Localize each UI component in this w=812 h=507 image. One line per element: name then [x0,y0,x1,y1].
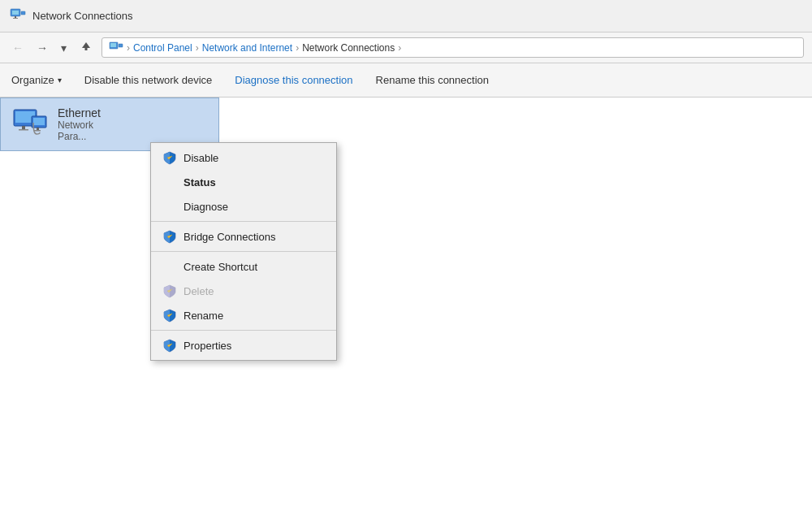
organize-label: Organize [11,74,54,86]
network-name: Ethernet [58,106,101,119]
up-button[interactable] [76,38,97,57]
menu-divider-3 [151,330,336,331]
shield-icon-disable [162,150,177,165]
organize-chevron: ▾ [58,76,62,84]
back-button[interactable]: ← [8,40,28,56]
svg-rect-9 [119,44,123,47]
path-sep-3: › [296,42,299,54]
menu-label-delete: Delete [184,285,214,297]
organize-button[interactable]: Organize ▾ [0,63,73,97]
svg-rect-12 [22,126,25,129]
svg-marker-5 [82,42,90,48]
menu-label-properties: Properties [184,340,231,352]
svg-rect-6 [85,47,88,50]
shield-icon-rename [162,308,177,323]
rename-button[interactable]: Rename this connection [365,63,500,97]
menu-label-bridge: Bridge Connections [184,231,275,243]
spacer-status [162,175,177,189]
path-network-connections: Network Connections [302,42,395,54]
menu-item-rename[interactable]: Rename [151,303,336,327]
menu-label-status: Status [184,176,216,188]
path-sep-1: › [127,42,130,54]
svg-rect-15 [33,118,45,125]
menu-item-status[interactable]: Status [151,170,336,194]
menu-item-disable[interactable]: Disable [151,145,336,170]
menu-divider-1 [151,221,336,222]
address-path: › Control Panel › Network and Internet ›… [102,37,804,58]
menu-item-diagnose[interactable]: Diagnose [151,194,336,219]
menu-label-disable: Disable [184,152,218,164]
path-sep-4: › [398,42,401,54]
network-sub1: Network [58,119,101,131]
disable-device-button[interactable]: Disable this network device [73,63,224,97]
shield-icon-bridge [162,229,177,244]
forward-button[interactable]: → [32,40,52,56]
menu-label-diagnose: Diagnose [184,201,228,213]
svg-rect-16 [37,128,39,130]
menu-item-delete: Delete [151,279,336,303]
disable-device-label: Disable this network device [84,74,213,86]
svg-rect-8 [110,43,116,47]
path-icon [109,41,123,54]
toolbar: Organize ▾ Disable this network device D… [0,63,812,98]
menu-divider-2 [151,251,336,252]
svg-rect-3 [13,18,18,19]
diagnose-button[interactable]: Diagnose this connection [223,63,364,97]
network-sub2: Para... [58,131,101,142]
shield-icon-properties [162,338,177,353]
menu-label-shortcut: Create Shortcut [184,261,257,273]
menu-item-bridge[interactable]: Bridge Connections [151,224,336,249]
title-bar-icon [10,8,26,24]
spacer-shortcut [162,259,177,274]
ethernet-icon [11,105,50,144]
svg-rect-4 [21,11,25,15]
spacer-diagnose [162,199,177,214]
path-network-internet[interactable]: Network and Internet [202,42,292,54]
network-info: Ethernet Network Para... [58,106,101,142]
address-bar: ← → ▾ › Control Panel › Network and Inte… [0,32,812,63]
menu-item-shortcut[interactable]: Create Shortcut [151,254,336,279]
svg-rect-13 [19,129,28,131]
menu-item-properties[interactable]: Properties [151,333,336,358]
rename-label: Rename this connection [376,74,489,86]
title-bar: Network Connections [0,0,812,32]
dropdown-button[interactable]: ▾ [57,40,71,56]
title-bar-text: Network Connections [32,10,133,22]
path-sep-2: › [196,42,199,54]
diagnose-label: Diagnose this connection [235,74,352,86]
svg-rect-17 [34,130,41,132]
main-content: Ethernet Network Para... Disable Status [0,98,812,507]
menu-label-rename: Rename [184,310,223,322]
context-menu: Disable Status Diagnose Bridge Connectio… [150,142,337,361]
path-control-panel[interactable]: Control Panel [133,42,192,54]
svg-rect-2 [15,16,16,18]
svg-rect-1 [12,11,19,15]
shield-icon-delete [162,284,177,298]
